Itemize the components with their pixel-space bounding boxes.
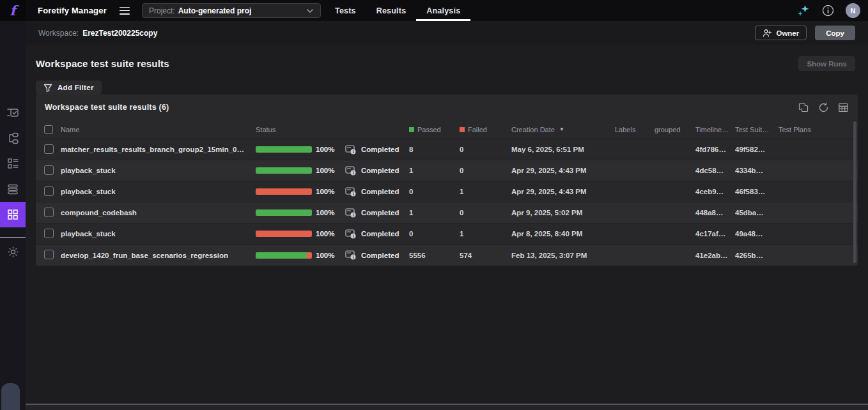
sidebar-item-list[interactable] [0, 151, 26, 176]
column-failed[interactable]: Failed [460, 126, 511, 133]
sort-desc-icon: ▼ [559, 126, 564, 132]
show-runs-button[interactable]: Show Runs [798, 56, 855, 71]
timeline-id: 448a8… [695, 209, 735, 216]
tab-tests[interactable]: Tests [325, 0, 366, 21]
column-test-suite[interactable]: Test Suit… [735, 126, 779, 133]
refresh-icon[interactable] [818, 102, 829, 113]
timeline-id: 4dc58… [695, 167, 735, 174]
horizontal-scrollbar[interactable] [26, 404, 868, 410]
checklist-icon [6, 105, 20, 119]
table-row[interactable]: develop_1420_frun_base_scenarios_regress… [36, 245, 858, 266]
report-info-icon [345, 229, 357, 239]
menu-icon[interactable] [120, 7, 130, 15]
progress-bar [256, 188, 312, 195]
left-sidebar [0, 21, 26, 410]
owner-button[interactable]: Owner [755, 26, 807, 40]
duplicate-icon[interactable] [798, 102, 809, 113]
column-passed[interactable]: Passed [409, 126, 460, 133]
column-grouped[interactable]: grouped [655, 126, 695, 133]
timeline-id: 4ceb9… [695, 188, 735, 195]
row-checkbox[interactable] [44, 229, 54, 238]
ai-sparkles-icon[interactable] [796, 4, 810, 17]
progress-bar [256, 146, 312, 153]
sidebar-item-settings[interactable] [0, 239, 26, 264]
failed-count: 574 [460, 252, 511, 259]
row-name[interactable]: compound_codebash [61, 209, 256, 216]
status-text: Completed [361, 146, 399, 153]
table-scrollbar-thumb[interactable] [853, 121, 856, 263]
app-title: Foretify Manager [38, 6, 107, 15]
passed-count: 8 [409, 146, 460, 153]
table-row[interactable]: compound_codebash 100% Completed 1 0 Apr… [36, 202, 858, 224]
row-name[interactable]: matcher_results_results_branch_group2_15… [61, 146, 256, 153]
progress-percent: 100% [316, 230, 337, 238]
main-content: Workspace test suite results Show Runs A… [26, 45, 868, 410]
foretify-logo-icon: f [10, 4, 15, 17]
sidebar-item-stacks[interactable] [0, 176, 26, 202]
report-info-icon [345, 166, 357, 176]
table-row[interactable]: matcher_results_results_branch_group2_15… [36, 139, 858, 160]
tab-analysis[interactable]: Analysis [416, 0, 470, 21]
table-row[interactable]: playback_stuck 100% Completed 1 0 Apr 29… [36, 160, 858, 181]
progress-percent: 100% [316, 252, 337, 259]
row-name[interactable]: develop_1420_frun_base_scenarios_regress… [61, 252, 256, 259]
select-all-checkbox[interactable] [44, 125, 53, 134]
timeline-id: 4fd786… [695, 146, 735, 153]
failed-count: 0 [460, 167, 511, 174]
status-text: Completed [361, 230, 399, 238]
table-icon[interactable] [837, 102, 849, 113]
tab-results[interactable]: Results [366, 0, 417, 21]
row-checkbox[interactable] [44, 186, 54, 196]
sidebar-scrollbar-thumb[interactable] [1, 383, 20, 410]
failed-count: 1 [460, 188, 511, 195]
passed-count: 0 [409, 230, 460, 238]
passed-legend-icon [409, 127, 414, 132]
table-body: matcher_results_results_branch_group2_15… [36, 139, 858, 266]
row-name[interactable]: playback_stuck [61, 167, 256, 174]
column-creation-date[interactable]: Creation Date ▼ [511, 126, 615, 133]
column-status[interactable]: Status [256, 126, 409, 133]
add-filter-button[interactable]: Add Filter [36, 80, 102, 95]
passed-count: 0 [409, 188, 460, 195]
column-test-plans[interactable]: Test Plans [779, 126, 858, 133]
failed-legend-icon [460, 127, 465, 132]
passed-count: 5556 [409, 252, 460, 259]
column-labels[interactable]: Labels [615, 126, 655, 133]
user-avatar[interactable]: N [846, 3, 860, 18]
table-row[interactable]: playback_stuck 100% Completed 0 1 Apr 8,… [36, 224, 858, 245]
test-suite-id: 4334b… [735, 167, 779, 174]
sidebar-item-hierarchy[interactable] [0, 125, 26, 151]
project-selector[interactable]: Project: Auto-generated proj [142, 3, 321, 18]
progress-bar [256, 209, 312, 216]
app-logo[interactable]: f [0, 0, 26, 21]
sidebar-item-checklist[interactable] [0, 100, 26, 125]
owner-button-label: Owner [776, 29, 799, 37]
copy-button[interactable]: Copy [815, 26, 855, 40]
workspace-name: ErezTest200225copy [82, 29, 157, 38]
row-checkbox[interactable] [44, 165, 54, 175]
timeline-id: 4c17af… [695, 230, 735, 238]
status-text: Completed [361, 252, 399, 259]
grid-icon [6, 208, 19, 221]
creation-date: Apr 29, 2025, 4:43 PM [511, 167, 615, 174]
row-name[interactable]: playback_stuck [61, 188, 256, 195]
column-name[interactable]: Name [61, 126, 256, 133]
row-checkbox[interactable] [44, 144, 54, 154]
column-timeline[interactable]: Timeline… [695, 126, 735, 133]
creation-date: Apr 9, 2025, 5:02 PM [511, 209, 615, 216]
table-row[interactable]: playback_stuck 100% Completed 0 1 Apr 29… [36, 181, 858, 202]
panel-title: Workspace test suite results (6) [45, 103, 169, 112]
project-value: Auto-generated proj [178, 6, 252, 15]
chevron-down-icon [306, 8, 314, 13]
report-info-icon [345, 145, 357, 155]
report-info-icon [345, 208, 357, 218]
progress-bar [256, 231, 312, 237]
row-checkbox[interactable] [44, 208, 54, 217]
sidebar-item-workspaces[interactable] [0, 202, 26, 227]
passed-count: 1 [409, 167, 460, 174]
hierarchy-icon [6, 131, 20, 145]
row-name[interactable]: playback_stuck [61, 230, 256, 238]
info-icon[interactable] [822, 4, 834, 17]
row-checkbox[interactable] [44, 250, 54, 259]
failed-count: 0 [460, 146, 511, 153]
